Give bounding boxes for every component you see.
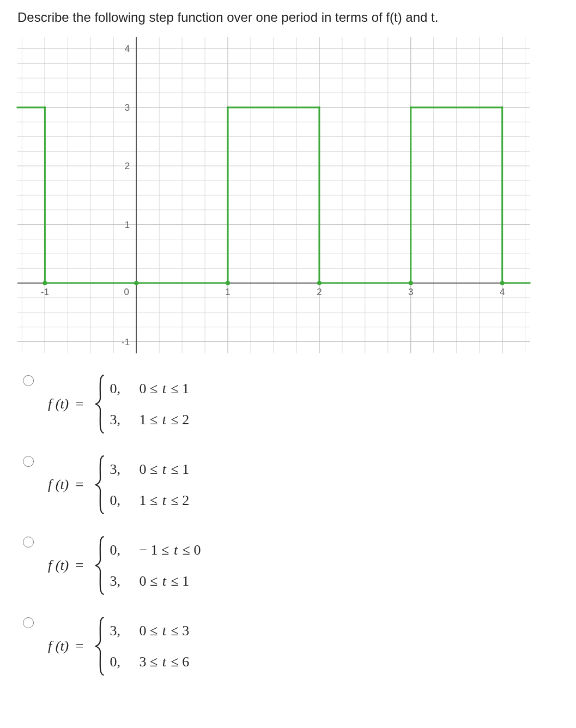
left-brace-icon [94,536,106,595]
function-lhs: f (t) = [48,638,87,654]
case-condition: 3 ≤ t ≤ 6 [139,654,189,670]
svg-point-85 [317,281,322,285]
svg-text:-1: -1 [122,337,130,347]
svg-text:4: 4 [125,44,130,54]
option-formula: f (t) = 0,0 ≤ t ≤ 13,1 ≤ t ≤ 2 [48,374,189,434]
svg-text:1: 1 [125,220,130,230]
case-value: 3, [110,573,126,589]
function-lhs: f (t) = [48,477,87,493]
svg-text:4: 4 [500,287,505,297]
case-value: 0, [110,654,126,670]
option-formula: f (t) = 3,0 ≤ t ≤ 30,3 ≤ t ≤ 6 [48,616,189,676]
left-brace-icon [94,455,106,515]
case-condition: 0 ≤ t ≤ 3 [139,623,189,639]
svg-point-82 [43,281,47,285]
case-condition: 0 ≤ t ≤ 1 [139,381,189,397]
case-value: 0, [110,492,126,509]
option-formula: f (t) = 0,− 1 ≤ t ≤ 03,0 ≤ t ≤ 1 [48,536,201,595]
svg-text:3: 3 [408,287,413,297]
step-function-chart: -101234-11234 [12,32,535,359]
piecewise-case: 0,0 ≤ t ≤ 1 [110,381,189,397]
piecewise-case: 3,0 ≤ t ≤ 1 [110,573,201,589]
case-value: 0, [110,381,126,397]
case-value: 3, [110,412,126,428]
radio-button[interactable] [23,375,34,386]
answer-option-3[interactable]: f (t) = 0,− 1 ≤ t ≤ 03,0 ≤ t ≤ 1 [23,536,559,595]
radio-button[interactable] [23,456,34,467]
case-condition: 0 ≤ t ≤ 1 [139,573,189,589]
question-text: Describe the following step function ove… [17,10,559,25]
svg-text:3: 3 [125,103,130,113]
case-value: 3, [110,623,126,639]
case-condition: 1 ≤ t ≤ 2 [139,492,189,509]
svg-point-87 [500,281,504,285]
case-condition: 0 ≤ t ≤ 1 [139,461,189,478]
answer-option-1[interactable]: f (t) = 0,0 ≤ t ≤ 13,1 ≤ t ≤ 2 [23,374,559,434]
function-lhs: f (t) = [48,557,87,574]
radio-button[interactable] [23,537,34,547]
svg-point-84 [226,281,230,285]
piecewise-case: 3,0 ≤ t ≤ 3 [110,623,189,639]
option-formula: f (t) = 3,0 ≤ t ≤ 10,1 ≤ t ≤ 2 [48,455,189,515]
piecewise-case: 0,1 ≤ t ≤ 2 [110,492,189,509]
answer-option-4[interactable]: f (t) = 3,0 ≤ t ≤ 30,3 ≤ t ≤ 6 [23,616,559,676]
piecewise-case: 0,3 ≤ t ≤ 6 [110,654,189,670]
left-brace-icon [94,374,106,434]
svg-text:-1: -1 [41,287,49,297]
answer-options: f (t) = 0,0 ≤ t ≤ 13,1 ≤ t ≤ 2f (t) = 3,… [17,374,559,676]
case-value: 0, [110,542,126,558]
svg-text:1: 1 [225,287,230,297]
case-condition: − 1 ≤ t ≤ 0 [139,542,201,558]
piecewise-case: 3,0 ≤ t ≤ 1 [110,461,189,478]
case-condition: 1 ≤ t ≤ 2 [139,412,189,428]
radio-button[interactable] [23,617,34,628]
case-value: 3, [110,461,126,478]
piecewise-case: 3,1 ≤ t ≤ 2 [110,412,189,428]
svg-text:0: 0 [124,287,129,297]
svg-text:2: 2 [125,161,130,171]
function-lhs: f (t) = [48,396,87,412]
left-brace-icon [94,616,106,676]
svg-point-86 [409,281,413,285]
svg-point-83 [134,281,138,285]
piecewise-case: 0,− 1 ≤ t ≤ 0 [110,542,201,558]
svg-text:2: 2 [317,287,322,297]
chart-svg: -101234-11234 [12,32,535,359]
answer-option-2[interactable]: f (t) = 3,0 ≤ t ≤ 10,1 ≤ t ≤ 2 [23,455,559,515]
